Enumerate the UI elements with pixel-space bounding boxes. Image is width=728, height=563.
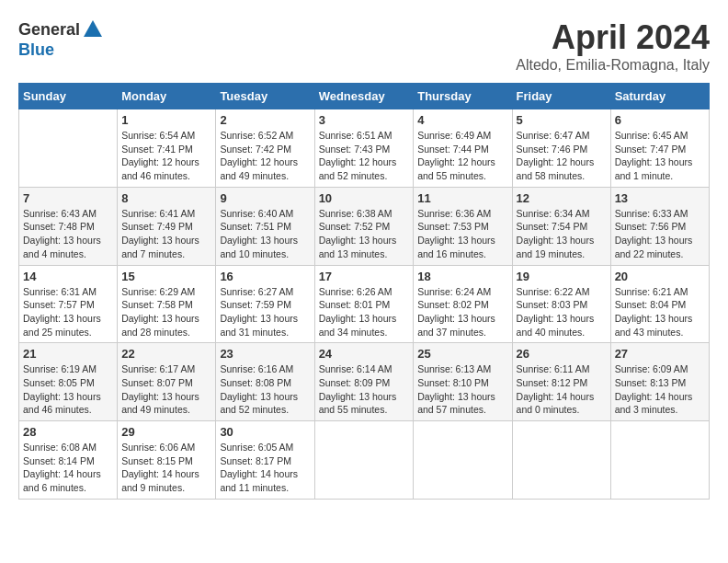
calendar-day-cell: 27Sunrise: 6:09 AM Sunset: 8:13 PM Dayli… [610,343,709,421]
day-info: Sunrise: 6:34 AM Sunset: 7:54 PM Dayligh… [517,207,607,261]
calendar-day-cell: 13Sunrise: 6:33 AM Sunset: 7:56 PM Dayli… [610,187,709,265]
weekday-header: Wednesday [314,84,414,109]
day-number: 4 [417,113,507,127]
calendar-day-cell: 15Sunrise: 6:29 AM Sunset: 7:58 PM Dayli… [118,265,216,343]
calendar-day-cell: 4Sunrise: 6:49 AM Sunset: 7:44 PM Daylig… [414,109,512,188]
day-number: 22 [121,347,211,361]
day-number: 11 [417,191,507,205]
day-number: 19 [517,270,607,283]
day-number: 3 [319,113,410,127]
svg-marker-0 [84,20,102,37]
day-number: 1 [121,113,211,127]
day-info: Sunrise: 6:47 AM Sunset: 7:46 PM Dayligh… [517,129,607,183]
weekday-header: Saturday [610,84,709,109]
day-info: Sunrise: 6:14 AM Sunset: 8:09 PM Dayligh… [319,362,410,417]
calendar-day-cell: 12Sunrise: 6:34 AM Sunset: 7:54 PM Dayli… [512,187,610,265]
day-number: 14 [23,270,113,283]
day-info: Sunrise: 6:52 AM Sunset: 7:42 PM Dayligh… [220,129,310,183]
calendar-day-cell: 24Sunrise: 6:14 AM Sunset: 8:09 PM Dayli… [314,343,414,421]
day-info: Sunrise: 6:26 AM Sunset: 8:01 PM Dayligh… [319,285,410,339]
day-number: 16 [220,270,310,283]
day-number: 28 [23,425,113,439]
day-number: 24 [319,347,410,361]
calendar-day-cell: 22Sunrise: 6:17 AM Sunset: 8:07 PM Dayli… [118,343,216,421]
calendar-day-cell: 8Sunrise: 6:41 AM Sunset: 7:49 PM Daylig… [118,187,216,265]
calendar-day-cell: 28Sunrise: 6:08 AM Sunset: 8:14 PM Dayli… [19,421,118,500]
calendar-day-cell [314,421,414,500]
calendar-day-cell: 3Sunrise: 6:51 AM Sunset: 7:43 PM Daylig… [314,109,414,188]
day-number: 26 [517,347,607,361]
page-header: General Blue April 2024 Altedo, Emilia-R… [18,18,710,74]
day-info: Sunrise: 6:51 AM Sunset: 7:43 PM Dayligh… [319,129,410,183]
day-number: 10 [319,191,410,205]
calendar-day-cell: 25Sunrise: 6:13 AM Sunset: 8:10 PM Dayli… [414,343,512,421]
calendar-week-row: 1Sunrise: 6:54 AM Sunset: 7:41 PM Daylig… [19,109,710,188]
calendar-day-cell: 6Sunrise: 6:45 AM Sunset: 7:47 PM Daylig… [610,109,709,188]
day-number: 29 [121,425,211,439]
day-info: Sunrise: 6:38 AM Sunset: 7:52 PM Dayligh… [319,207,410,261]
calendar-day-cell: 18Sunrise: 6:24 AM Sunset: 8:02 PM Dayli… [414,265,512,343]
calendar-day-cell [512,421,610,500]
weekday-header: Friday [512,84,610,109]
location-subtitle: Altedo, Emilia-Romagna, Italy [516,57,710,74]
day-info: Sunrise: 6:49 AM Sunset: 7:44 PM Dayligh… [417,129,507,183]
calendar-week-row: 28Sunrise: 6:08 AM Sunset: 8:14 PM Dayli… [19,421,710,500]
day-info: Sunrise: 6:40 AM Sunset: 7:51 PM Dayligh… [220,207,310,261]
day-info: Sunrise: 6:09 AM Sunset: 8:13 PM Dayligh… [615,362,705,417]
calendar-header-row: SundayMondayTuesdayWednesdayThursdayFrid… [19,84,710,109]
day-info: Sunrise: 6:05 AM Sunset: 8:17 PM Dayligh… [220,441,310,495]
title-section: April 2024 Altedo, Emilia-Romagna, Italy [516,18,710,74]
calendar-week-row: 14Sunrise: 6:31 AM Sunset: 7:57 PM Dayli… [19,265,710,343]
day-number: 21 [23,347,113,361]
day-number: 2 [220,113,310,127]
day-number: 25 [417,347,507,361]
weekday-header: Sunday [19,84,118,109]
day-info: Sunrise: 6:36 AM Sunset: 7:53 PM Dayligh… [417,207,507,261]
day-info: Sunrise: 6:33 AM Sunset: 7:56 PM Dayligh… [615,207,705,261]
calendar-day-cell: 11Sunrise: 6:36 AM Sunset: 7:53 PM Dayli… [414,187,512,265]
calendar-day-cell: 16Sunrise: 6:27 AM Sunset: 7:59 PM Dayli… [216,265,314,343]
day-number: 20 [615,270,705,283]
day-info: Sunrise: 6:27 AM Sunset: 7:59 PM Dayligh… [220,285,310,339]
day-info: Sunrise: 6:29 AM Sunset: 7:58 PM Dayligh… [121,285,211,339]
calendar-week-row: 21Sunrise: 6:19 AM Sunset: 8:05 PM Dayli… [19,343,710,421]
day-number: 30 [220,425,310,439]
day-number: 7 [23,191,113,205]
calendar-day-cell: 23Sunrise: 6:16 AM Sunset: 8:08 PM Dayli… [216,343,314,421]
day-info: Sunrise: 6:08 AM Sunset: 8:14 PM Dayligh… [23,441,113,495]
day-info: Sunrise: 6:31 AM Sunset: 7:57 PM Dayligh… [23,285,113,339]
calendar-day-cell: 17Sunrise: 6:26 AM Sunset: 8:01 PM Dayli… [314,265,414,343]
calendar-table: SundayMondayTuesdayWednesdayThursdayFrid… [18,83,710,500]
calendar-day-cell [414,421,512,500]
day-info: Sunrise: 6:54 AM Sunset: 7:41 PM Dayligh… [121,129,211,183]
calendar-day-cell: 20Sunrise: 6:21 AM Sunset: 8:04 PM Dayli… [610,265,709,343]
calendar-day-cell: 5Sunrise: 6:47 AM Sunset: 7:46 PM Daylig… [512,109,610,188]
day-info: Sunrise: 6:11 AM Sunset: 8:12 PM Dayligh… [517,362,607,417]
day-number: 17 [319,270,410,283]
calendar-day-cell [610,421,709,500]
calendar-day-cell: 10Sunrise: 6:38 AM Sunset: 7:52 PM Dayli… [314,187,414,265]
day-number: 5 [517,113,607,127]
day-number: 27 [615,347,705,361]
day-info: Sunrise: 6:21 AM Sunset: 8:04 PM Dayligh… [615,285,705,339]
logo: General Blue [18,18,104,60]
calendar-day-cell: 7Sunrise: 6:43 AM Sunset: 7:48 PM Daylig… [19,187,118,265]
day-number: 9 [220,191,310,205]
calendar-week-row: 7Sunrise: 6:43 AM Sunset: 7:48 PM Daylig… [19,187,710,265]
calendar-day-cell: 2Sunrise: 6:52 AM Sunset: 7:42 PM Daylig… [216,109,314,188]
calendar-day-cell: 30Sunrise: 6:05 AM Sunset: 8:17 PM Dayli… [216,421,314,500]
day-info: Sunrise: 6:06 AM Sunset: 8:15 PM Dayligh… [121,441,211,495]
calendar-day-cell: 21Sunrise: 6:19 AM Sunset: 8:05 PM Dayli… [19,343,118,421]
weekday-header: Monday [118,84,216,109]
day-info: Sunrise: 6:43 AM Sunset: 7:48 PM Dayligh… [23,207,113,261]
day-number: 13 [615,191,705,205]
day-info: Sunrise: 6:16 AM Sunset: 8:08 PM Dayligh… [220,362,310,417]
calendar-day-cell: 29Sunrise: 6:06 AM Sunset: 8:15 PM Dayli… [118,421,216,500]
logo-general-text: General [18,20,80,40]
day-number: 23 [220,347,310,361]
day-info: Sunrise: 6:45 AM Sunset: 7:47 PM Dayligh… [615,129,705,183]
day-info: Sunrise: 6:19 AM Sunset: 8:05 PM Dayligh… [23,362,113,417]
calendar-day-cell: 14Sunrise: 6:31 AM Sunset: 7:57 PM Dayli… [19,265,118,343]
calendar-day-cell: 1Sunrise: 6:54 AM Sunset: 7:41 PM Daylig… [118,109,216,188]
calendar-day-cell: 19Sunrise: 6:22 AM Sunset: 8:03 PM Dayli… [512,265,610,343]
